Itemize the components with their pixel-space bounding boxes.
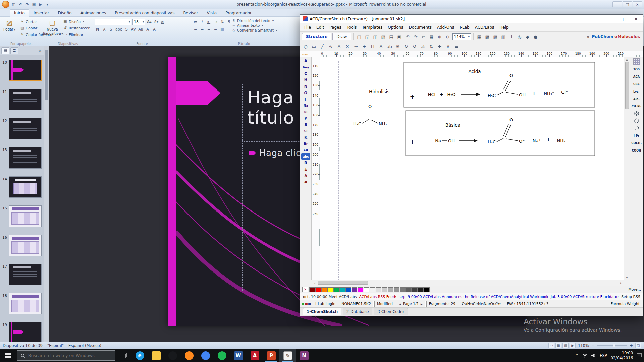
- zoom-in-icon[interactable]: ⊕: [436, 33, 443, 40]
- delete-slide-button[interactable]: ▭Eliminar: [62, 32, 91, 37]
- tray-chevron-icon[interactable]: ^: [575, 353, 579, 358]
- normal-view-icon[interactable]: ▭: [548, 343, 554, 348]
- menu-item[interactable]: ACD/Labs: [472, 24, 497, 31]
- text-direction-small-button[interactable]: ¶: [226, 19, 232, 25]
- acetamide-structure[interactable]: [362, 110, 378, 123]
- network-icon[interactable]: [582, 353, 587, 358]
- underline-button[interactable]: S: [108, 26, 114, 32]
- scroll-left-icon[interactable]: ◄: [312, 280, 317, 286]
- smartart-button[interactable]: ◇Convertir a SmartArt▾: [232, 28, 277, 32]
- indent-button[interactable]: ⇥: [213, 19, 218, 25]
- ribbon-tab[interactable]: Programador: [221, 9, 256, 17]
- element-button[interactable]: ±: [301, 166, 310, 172]
- font-name-combo[interactable]: ▾: [95, 19, 131, 25]
- structure-mode-button[interactable]: Structure: [302, 33, 331, 40]
- element-button[interactable]: A: [301, 172, 310, 179]
- acetate-structure[interactable]: [497, 124, 518, 142]
- element-button[interactable]: Any: [301, 64, 310, 70]
- ribbon-tab[interactable]: Diseño: [54, 9, 75, 17]
- draw-continuous-icon[interactable]: ∿: [327, 43, 334, 50]
- file-explorer-taskbar-icon[interactable]: [148, 349, 164, 362]
- benzene-template-icon[interactable]: [630, 110, 643, 117]
- store-taskbar-icon[interactable]: [164, 349, 181, 362]
- ribbon-tab[interactable]: Inicio: [10, 9, 29, 17]
- maximize-button[interactable]: □: [623, 1, 632, 7]
- new-slide-button[interactable]: ▢ Nueva diapositiva▾: [44, 18, 60, 41]
- zoom-slider[interactable]: [597, 345, 627, 346]
- acrobat-taskbar-icon[interactable]: A: [247, 349, 263, 362]
- columns-button[interactable]: ▥: [219, 26, 225, 32]
- volume-icon[interactable]: [591, 353, 596, 358]
- color-swatch[interactable]: [315, 287, 321, 292]
- basic-reaction-box[interactable]: [406, 111, 595, 156]
- slideshow-view-icon[interactable]: ▶: [570, 343, 576, 348]
- element-button[interactable]: Cu: [301, 147, 310, 153]
- rss-item[interactable]: jul. 3 00:00 ACD/Structure Elucidator: [551, 295, 619, 299]
- menu-item[interactable]: Templates: [359, 24, 385, 31]
- vertical-scrollbar[interactable]: ▲ ▼: [624, 57, 630, 280]
- slide-thumbnail[interactable]: [9, 60, 42, 81]
- search-structure-icon[interactable]: ◎: [516, 33, 523, 40]
- scroll-down-icon[interactable]: ▼: [624, 275, 630, 280]
- template-button[interactable]: COOH: [630, 147, 643, 154]
- ribbon-tab[interactable]: Revisar: [179, 9, 202, 17]
- template-button[interactable]: TOS: [630, 66, 643, 72]
- element-button[interactable]: P: [301, 115, 310, 121]
- color-swatch[interactable]: [376, 287, 381, 292]
- slide-thumbnail[interactable]: [9, 235, 42, 256]
- inchi-icon[interactable]: I: [508, 33, 515, 40]
- menu-item[interactable]: Documents: [406, 24, 434, 31]
- periodic-table-icon[interactable]: ▦: [476, 33, 483, 40]
- ilab-icon[interactable]: ◆: [524, 33, 531, 40]
- templates-window-icon[interactable]: ▨: [492, 33, 499, 40]
- chrome-taskbar-icon[interactable]: [197, 349, 214, 362]
- slide-thumbnail[interactable]: [9, 118, 42, 139]
- color-swatch[interactable]: [345, 287, 351, 292]
- element-button[interactable]: N: [301, 83, 310, 89]
- menu-item[interactable]: Options: [385, 24, 406, 31]
- edge-taskbar-icon[interactable]: e: [131, 349, 148, 362]
- scroll-up-icon[interactable]: ▲: [624, 57, 630, 62]
- ribbon-tab[interactable]: Insertar: [30, 9, 53, 17]
- horizontal-scrollbar[interactable]: ◄ ►: [300, 280, 643, 286]
- taskbar-clock[interactable]: 19:00 02/04/2016: [611, 351, 633, 360]
- print-icon[interactable]: ▤: [388, 33, 395, 40]
- office-button[interactable]: [2, 1, 9, 8]
- menu-item[interactable]: I-Lab: [457, 24, 472, 31]
- drawing-canvas[interactable]: Hidrolisis H₃C O NH₂ Ácida + HCl: [320, 57, 624, 280]
- color-swatch[interactable]: [339, 287, 345, 292]
- reaction-arrow-icon[interactable]: →: [352, 43, 360, 50]
- slide-thumbnail[interactable]: [9, 147, 42, 169]
- save-icon[interactable]: ◫: [372, 33, 379, 40]
- rotate-3d-icon[interactable]: ↻: [402, 43, 410, 50]
- slide-thumbnail[interactable]: [9, 89, 42, 110]
- color-swatch[interactable]: [406, 287, 412, 292]
- italic-button[interactable]: K: [101, 26, 107, 32]
- menu-item[interactable]: Pages: [327, 24, 344, 31]
- firefox-taskbar-icon[interactable]: [181, 349, 197, 362]
- maximize-button[interactable]: □: [619, 15, 630, 23]
- color-swatch[interactable]: [370, 287, 375, 292]
- color-swatch[interactable]: [412, 287, 418, 292]
- align-text-button[interactable]: ≡Alinear texto▾: [232, 23, 277, 27]
- reading-view-icon[interactable]: ▤: [562, 343, 569, 348]
- color-swatch[interactable]: [394, 287, 399, 292]
- char-spacing-button[interactable]: AV: [130, 26, 137, 32]
- element-button[interactable]: F: [301, 96, 310, 102]
- cyclopentane-template-icon[interactable]: [630, 125, 643, 131]
- scrollbar-thumb[interactable]: [45, 50, 48, 100]
- redo-icon[interactable]: ↷: [412, 33, 419, 40]
- align-right-button[interactable]: ≡: [206, 26, 212, 32]
- color-swatch[interactable]: [424, 287, 430, 292]
- cyclohexane-template-icon[interactable]: [630, 118, 643, 124]
- color-swatch[interactable]: [418, 287, 424, 292]
- template-button[interactable]: COCH₃: [630, 140, 643, 146]
- reset-button[interactable]: ↺Restablecer: [62, 25, 91, 31]
- template-button[interactable]: Ala-: [630, 96, 643, 102]
- qat-menu-icon[interactable]: ▾: [44, 1, 50, 7]
- scroll-right-icon[interactable]: ►: [619, 280, 624, 286]
- brackets-icon[interactable]: []: [369, 43, 376, 50]
- print-icon[interactable]: ▤: [31, 1, 37, 7]
- element-button[interactable]: #: [301, 179, 310, 185]
- acid-reaction-box[interactable]: [404, 62, 595, 107]
